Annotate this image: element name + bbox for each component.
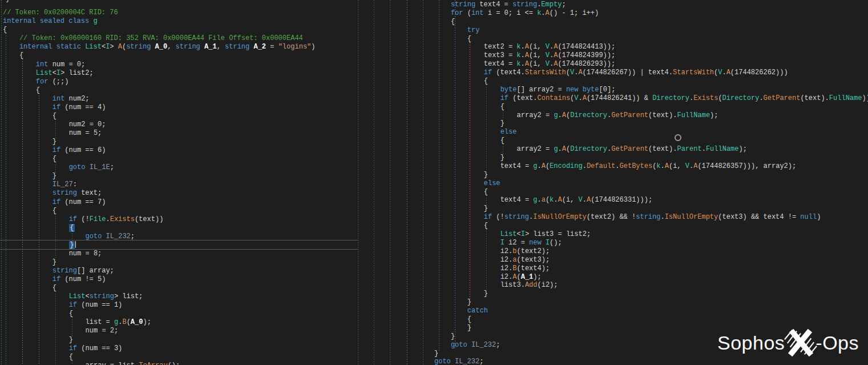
code-line[interactable]: } [0,154,868,162]
code-line[interactable]: } [0,298,868,307]
code-line[interactable]: List<I> list3 = list2; [0,230,868,239]
code-line[interactable]: string text4 = string.Empty; [0,1,868,9]
code-line[interactable]: } [0,171,868,179]
decompiler-code-view: }// Token: 0x0200004C RID: 76internal se… [0,0,868,365]
code-line[interactable]: { [0,137,868,145]
code-line[interactable]: i2.b(text2); [0,247,868,256]
code-line[interactable]: { [0,222,868,230]
code-line[interactable]: { [0,18,868,26]
mouse-cursor-dot [675,134,681,141]
code-line[interactable]: array2 = g.A(Directory.GetParent(text).P… [0,145,868,154]
code-line[interactable]: if (text.Contains(V.A(1744826241)) & Dir… [0,94,868,103]
code-line[interactable]: } [0,204,868,213]
code-line[interactable]: text4 = k.A(i, V.A(1744826293)); [0,60,868,69]
code-pane-right[interactable]: string text4 = string.Empty;for (int i =… [0,1,868,365]
code-line[interactable]: byte[] array2 = new byte[0]; [0,86,868,94]
code-line[interactable]: list3.Add(i2); [0,281,868,290]
code-line[interactable]: text3 = k.A(i, V.A(1744824399)); [0,51,868,60]
code-line[interactable]: i2.B(text4); [0,264,868,273]
code-line[interactable]: array2 = g.A(Directory.GetParent(text).F… [0,111,868,120]
logo-text-ops: -Ops [815,332,859,354]
code-line[interactable]: } [0,119,868,128]
code-line[interactable]: { [0,77,868,86]
code-line[interactable]: catch [0,307,868,315]
code-line[interactable]: if (text4.StartsWith(V.A(1744826267)) | … [0,69,868,77]
code-line[interactable]: } [0,290,868,298]
code-line[interactable]: { [0,188,868,196]
code-line[interactable]: for (int i = 0; i <= k.A() - 1; i++) [0,9,868,18]
code-line[interactable]: I i2 = new I(); [0,239,868,247]
code-line[interactable]: goto IL_232; [0,358,868,365]
sophos-xops-logo: Sophos -Ops [717,329,859,356]
code-line[interactable]: i2.A(A_1); [0,273,868,282]
code-line[interactable]: text2 = k.A(i, V.A(1744824413)); [0,43,868,51]
code-line[interactable]: { [0,103,868,111]
code-line[interactable]: i2.a(text3); [0,256,868,264]
code-line[interactable]: if (!string.IsNullOrEmpty(text2) && !str… [0,213,868,222]
code-line[interactable]: else [0,179,868,188]
code-line[interactable]: try [0,26,868,35]
code-line[interactable]: { [0,315,868,324]
code-line[interactable]: else [0,128,868,137]
x-glyph-icon [784,329,817,356]
logo-text-sophos: Sophos [717,332,785,354]
code-line[interactable]: text4 = g.A(Encoding.Default.GetBytes(k.… [0,162,868,171]
code-line[interactable]: text4 = g.a(k.A(i, V.A(1744826331))); [0,196,868,204]
code-line[interactable]: { [0,35,868,43]
